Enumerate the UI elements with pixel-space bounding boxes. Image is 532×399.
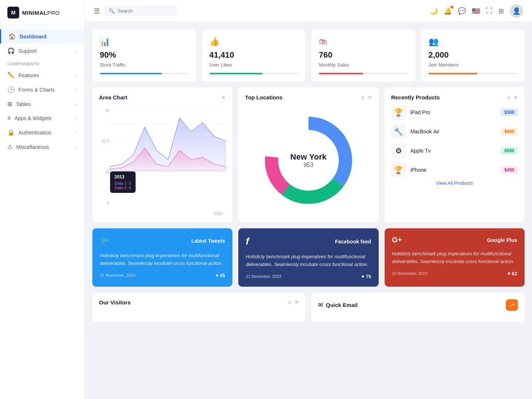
sidebar-item-label: Forms & Charts [18,87,55,93]
stat-card-store-traffic: 📊 90% Store Traffic [92,30,196,82]
heart-icon: ♥ [361,274,364,279]
tooltip-data2: Data 2: 0 [115,185,131,190]
monthly-sales-bar-fill [319,73,363,74]
expand-icon[interactable]: ∧ [361,95,365,100]
monthly-sales-icon: 🛍 [319,37,408,47]
store-traffic-label: Store Traffic [100,62,189,68]
product-item: 🏆 iPad Pro $300 [391,105,518,120]
google-footer: 22 November, 2023 ♥ 62 [392,271,517,276]
sidebar-item-forms-charts[interactable]: 🕒 Forms & Charts › [0,82,85,97]
recently-products-controls[interactable]: ∧ ✕ [507,95,518,100]
facebook-footer: 21 November, 2023 ♥ 75 [246,274,371,279]
tooltip-year: 2013 [115,174,131,180]
user-likes-value: 41,410 [209,50,299,60]
store-traffic-bar-fill [100,73,162,74]
monthly-sales-bar-track [319,73,408,74]
our-visitors-controls[interactable]: ∧ ✕ [288,299,299,305]
product-name: iPhone [410,167,497,173]
area-chart-controls[interactable]: ✕ [221,95,226,100]
area-chart-card: Area Chart ✕ 30 22.5 15 0 [92,88,232,222]
join-members-bar-track [429,73,518,74]
language-selector[interactable]: 🇺🇸 [472,7,480,15]
product-name: iPad Pro [410,109,497,115]
sidebar-item-tables[interactable]: ⊞ Tables › [0,97,85,111]
nav-section-label: Components [0,58,85,68]
google-text: Holisticly benchmark plug imperatives fo… [392,250,517,266]
recently-products-card: Recently Products ∧ ✕ 🏆 iPad Pro $300 🔧 … [385,88,525,222]
close-icon[interactable]: ✕ [368,95,372,100]
quick-email-header: ✉ Quick Email ↗ [318,299,518,311]
sidebar-item-apps-widgets[interactable]: ≡ Apps & Widgets › [0,111,85,125]
stat-card-user-likes: 👍 41,410 User Likes [202,30,306,82]
sidebar-item-label: Tables [16,101,31,107]
donut-chart-container: New York 953 [245,105,372,216]
notifications-button[interactable]: 🔔 [444,7,452,15]
fullscreen-button[interactable]: ⛶ [486,7,492,15]
settings-button[interactable]: ⊞ [498,7,504,15]
recently-products-title: Recently Products [391,94,440,100]
chat-button[interactable]: 💬 [458,7,466,15]
our-visitors-card: Our Visitors ∧ ✕ [92,293,306,322]
bottom-row: Our Visitors ∧ ✕ ✉ Quick Email ↗ [92,293,525,322]
misc-icon: ⚠ [7,143,13,150]
logo-icon: M [7,7,19,18]
twitter-footer: 21 November, 2023 ♥ 45 [100,273,225,278]
area-chart-svg [110,109,226,171]
sidebar-item-miscellaneous[interactable]: ⚠ Miscellaneous › [0,140,85,154]
hamburger-button[interactable]: ☰ [94,7,100,15]
content: 📊 90% Store Traffic 👍 41,410 User Likes … [85,22,532,399]
sidebar-item-authentication[interactable]: 🔒 Authentication › [0,125,85,140]
donut-city: New York [290,152,327,162]
product-price: $300 [501,109,518,116]
chevron-icon: › [76,145,77,149]
view-all-products-link[interactable]: View All Products [391,180,518,186]
user-likes-label: User Likes [209,62,299,68]
chevron-icon: › [76,88,77,92]
sidebar-item-dashboard[interactable]: 🏠 Dashboard [0,29,85,44]
quick-email-title: Quick Email [326,302,358,308]
google-title: Google Plus [487,237,517,243]
auth-icon: 🔒 [7,129,15,136]
close-icon[interactable]: ✕ [221,95,226,100]
heart-icon: ♥ [508,271,511,276]
join-members-bar-fill [429,73,477,74]
user-likes-bar-track [209,73,299,74]
google-date: 22 November, 2023 [392,271,427,276]
twitter-date: 21 November, 2023 [100,273,135,277]
product-price: $600 [501,128,518,135]
donut-center: New York 953 [290,152,327,168]
sidebar-item-support[interactable]: 🎧 Support › [0,44,85,58]
close-icon[interactable]: ✕ [514,95,518,100]
quick-email-button[interactable]: ↗ [506,299,518,311]
search-input[interactable] [117,8,169,14]
product-list: 🏆 iPad Pro $300 🔧 MacBook Air $600 ⚙ App… [391,105,518,177]
top-locations-controls[interactable]: ∧ ✕ [361,95,372,100]
facebook-title: Facebook feed [335,239,371,245]
product-name: MacBook Air [410,129,497,134]
header: ☰ 🔍 🌙 🔔 💬 🇺🇸 ⛶ ⊞ 👤 [85,0,532,22]
user-avatar[interactable]: 👤 [510,4,523,18]
apps-icon: ≡ [7,115,11,122]
our-visitors-header: Our Visitors ∧ ✕ [99,299,299,306]
stat-card-join-members: 👥 2,000 Join Members [421,30,525,82]
sidebar-item-label: Features [18,72,39,78]
dark-mode-button[interactable]: 🌙 [430,7,438,15]
sidebar-nav: 🏠 Dashboard 🎧 Support › Components ✏️ Fe… [0,25,85,399]
search-box: 🔍 [104,6,178,16]
quick-email-card: ✉ Quick Email ↗ [311,293,525,322]
top-locations-header: Top Locations ∧ ✕ [245,94,372,100]
product-name: Apple Tv [410,148,497,154]
expand-icon[interactable]: ∧ [507,95,511,100]
join-members-label: Join Members [429,62,518,68]
top-locations-title: Top Locations [245,94,282,100]
logo-text: MINIMALPRO [22,10,60,16]
sidebar-item-features[interactable]: ✏️ Features › [0,68,85,82]
ipad-pro-icon: 🏆 [391,105,406,120]
twitter-card: 🐦 Latest Tweets Holisticly benchmark plu… [92,228,232,287]
sidebar-item-label: Support [18,48,37,54]
notification-badge [450,6,453,8]
close-icon[interactable]: ✕ [294,299,299,305]
google-card: G+ Google Plus Holisticly benchmark plug… [385,228,525,287]
expand-icon[interactable]: ∧ [288,299,291,305]
facebook-likes-count: 75 [366,274,371,279]
